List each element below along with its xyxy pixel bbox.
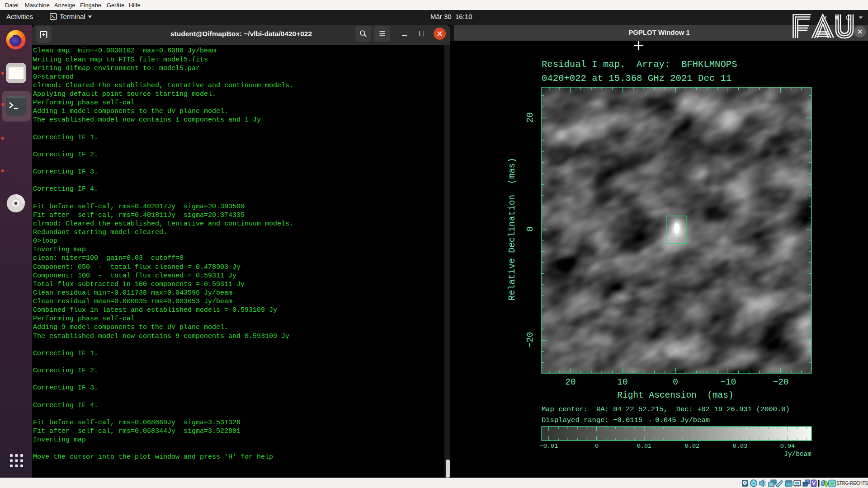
svg-text:0: 0	[673, 377, 678, 387]
svg-text:0.01: 0.01	[637, 443, 651, 450]
svg-text:Right Ascension (mas): Right Ascension (mas)	[617, 390, 733, 400]
svg-text:0420+022 at 15.368 GHz 2021 De: 0420+022 at 15.368 GHz 2021 Dec 11	[542, 73, 731, 84]
svg-text:−10: −10	[720, 377, 736, 387]
svg-text:0.02: 0.02	[685, 443, 699, 450]
svg-text:0.04: 0.04	[780, 443, 795, 450]
svg-text:20: 20	[565, 377, 576, 387]
svg-text:Displayed range: −0.0115 → 0.0: Displayed range: −0.0115 → 0.045 Jy/beam	[542, 416, 710, 424]
svg-text:−20: −20	[525, 332, 535, 347]
svg-text:Jy/beam: Jy/beam	[784, 450, 811, 458]
svg-text:0.03: 0.03	[733, 443, 747, 450]
svg-text:Residual I map. Array: BFHKL: Residual I map. Array: BFHKLMNOPS	[542, 59, 737, 70]
svg-text:0: 0	[595, 443, 599, 450]
svg-text:20: 20	[525, 112, 535, 122]
svg-text:−0.01: −0.01	[540, 443, 558, 450]
svg-text:−20: −20	[773, 377, 788, 387]
svg-text:Relative Declination (mas): Relative Declination (mas)	[507, 158, 517, 300]
svg-text:Map center: RA: 04 22 52.215,: Map center: RA: 04 22 52.215, Dec: +02 1…	[542, 405, 790, 413]
svg-text:10: 10	[617, 377, 627, 387]
svg-text:0: 0	[525, 226, 535, 232]
